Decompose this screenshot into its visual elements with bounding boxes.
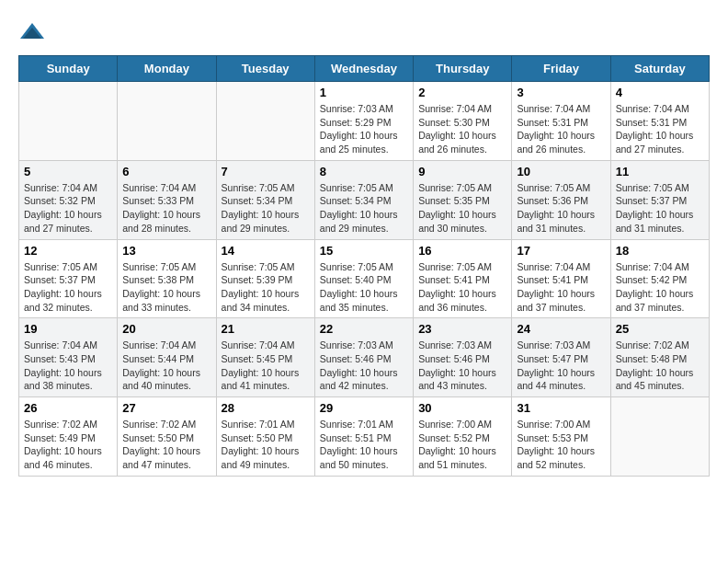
day-number: 11 bbox=[616, 165, 704, 178]
day-number: 16 bbox=[418, 244, 506, 258]
calendar-cell: 31Sunrise: 7:00 AM Sunset: 5:53 PM Dayli… bbox=[512, 397, 610, 477]
day-number: 5 bbox=[24, 165, 112, 178]
day-number: 7 bbox=[222, 165, 310, 178]
calendar-cell bbox=[19, 82, 118, 161]
day-info: Sunrise: 7:04 AM Sunset: 5:31 PM Dayligh… bbox=[517, 102, 605, 156]
day-number: 2 bbox=[418, 86, 506, 99]
calendar-cell: 5Sunrise: 7:04 AM Sunset: 5:32 PM Daylig… bbox=[19, 160, 118, 239]
day-number: 19 bbox=[24, 322, 112, 336]
calendar-cell: 9Sunrise: 7:05 AM Sunset: 5:35 PM Daylig… bbox=[414, 160, 512, 239]
day-header-thursday: Thursday bbox=[414, 56, 512, 82]
calendar-cell: 22Sunrise: 7:03 AM Sunset: 5:46 PM Dayli… bbox=[314, 318, 413, 397]
day-info: Sunrise: 7:04 AM Sunset: 5:41 PM Dayligh… bbox=[517, 260, 605, 315]
day-number: 22 bbox=[320, 322, 408, 336]
day-info: Sunrise: 7:03 AM Sunset: 5:29 PM Dayligh… bbox=[320, 102, 408, 156]
day-info: Sunrise: 7:04 AM Sunset: 5:45 PM Dayligh… bbox=[222, 339, 310, 393]
calendar-cell: 18Sunrise: 7:04 AM Sunset: 5:42 PM Dayli… bbox=[610, 239, 709, 318]
calendar-cell: 4Sunrise: 7:04 AM Sunset: 5:31 PM Daylig… bbox=[610, 82, 709, 161]
day-number: 28 bbox=[222, 401, 310, 415]
day-info: Sunrise: 7:03 AM Sunset: 5:46 PM Dayligh… bbox=[320, 339, 408, 393]
calendar-cell: 13Sunrise: 7:05 AM Sunset: 5:38 PM Dayli… bbox=[118, 239, 216, 318]
day-info: Sunrise: 7:02 AM Sunset: 5:49 PM Dayligh… bbox=[24, 418, 112, 472]
day-header-monday: Monday bbox=[118, 56, 216, 82]
day-number: 17 bbox=[517, 244, 605, 258]
calendar-cell: 17Sunrise: 7:04 AM Sunset: 5:41 PM Dayli… bbox=[512, 239, 610, 318]
calendar-cell: 6Sunrise: 7:04 AM Sunset: 5:33 PM Daylig… bbox=[118, 160, 216, 239]
day-number: 4 bbox=[616, 86, 704, 99]
day-info: Sunrise: 7:00 AM Sunset: 5:52 PM Dayligh… bbox=[418, 418, 506, 472]
calendar-cell: 8Sunrise: 7:05 AM Sunset: 5:34 PM Daylig… bbox=[314, 160, 413, 239]
calendar-week-5: 26Sunrise: 7:02 AM Sunset: 5:49 PM Dayli… bbox=[19, 397, 710, 477]
day-header-friday: Friday bbox=[512, 56, 610, 82]
day-header-sunday: Sunday bbox=[19, 56, 118, 82]
day-number: 20 bbox=[122, 322, 210, 336]
calendar-week-3: 12Sunrise: 7:05 AM Sunset: 5:37 PM Dayli… bbox=[19, 239, 710, 318]
day-number: 1 bbox=[320, 86, 408, 99]
day-number: 14 bbox=[222, 244, 310, 258]
day-number: 18 bbox=[616, 244, 704, 258]
calendar-cell: 24Sunrise: 7:03 AM Sunset: 5:47 PM Dayli… bbox=[512, 318, 610, 397]
day-info: Sunrise: 7:05 AM Sunset: 5:41 PM Dayligh… bbox=[418, 260, 506, 315]
day-number: 27 bbox=[122, 401, 210, 415]
page-header bbox=[18, 18, 710, 46]
day-info: Sunrise: 7:05 AM Sunset: 5:37 PM Dayligh… bbox=[24, 260, 112, 315]
day-number: 29 bbox=[320, 401, 408, 415]
day-info: Sunrise: 7:04 AM Sunset: 5:43 PM Dayligh… bbox=[24, 339, 112, 393]
day-info: Sunrise: 7:04 AM Sunset: 5:30 PM Dayligh… bbox=[418, 102, 506, 156]
calendar-cell: 27Sunrise: 7:02 AM Sunset: 5:50 PM Dayli… bbox=[118, 397, 216, 477]
day-info: Sunrise: 7:02 AM Sunset: 5:50 PM Dayligh… bbox=[122, 418, 210, 472]
day-number: 26 bbox=[24, 401, 112, 415]
day-number: 15 bbox=[320, 244, 408, 258]
calendar-cell: 28Sunrise: 7:01 AM Sunset: 5:50 PM Dayli… bbox=[216, 397, 314, 477]
logo-icon bbox=[18, 18, 46, 46]
day-header-saturday: Saturday bbox=[610, 56, 709, 82]
day-number: 30 bbox=[418, 401, 506, 415]
calendar-cell bbox=[216, 82, 314, 161]
day-info: Sunrise: 7:04 AM Sunset: 5:44 PM Dayligh… bbox=[122, 339, 210, 393]
calendar-cell: 15Sunrise: 7:05 AM Sunset: 5:40 PM Dayli… bbox=[314, 239, 413, 318]
day-info: Sunrise: 7:05 AM Sunset: 5:37 PM Dayligh… bbox=[616, 181, 704, 236]
calendar-cell bbox=[118, 82, 216, 161]
day-info: Sunrise: 7:05 AM Sunset: 5:40 PM Dayligh… bbox=[320, 260, 408, 315]
day-info: Sunrise: 7:05 AM Sunset: 5:38 PM Dayligh… bbox=[122, 260, 210, 315]
calendar-cell: 10Sunrise: 7:05 AM Sunset: 5:36 PM Dayli… bbox=[512, 160, 610, 239]
day-info: Sunrise: 7:05 AM Sunset: 5:39 PM Dayligh… bbox=[222, 260, 310, 315]
day-info: Sunrise: 7:05 AM Sunset: 5:34 PM Dayligh… bbox=[222, 181, 310, 236]
calendar-cell: 21Sunrise: 7:04 AM Sunset: 5:45 PM Dayli… bbox=[216, 318, 314, 397]
calendar-cell: 16Sunrise: 7:05 AM Sunset: 5:41 PM Dayli… bbox=[414, 239, 512, 318]
day-info: Sunrise: 7:03 AM Sunset: 5:46 PM Dayligh… bbox=[418, 339, 506, 393]
day-header-wednesday: Wednesday bbox=[314, 56, 413, 82]
calendar-cell: 2Sunrise: 7:04 AM Sunset: 5:30 PM Daylig… bbox=[414, 82, 512, 161]
day-info: Sunrise: 7:00 AM Sunset: 5:53 PM Dayligh… bbox=[517, 418, 605, 472]
day-info: Sunrise: 7:03 AM Sunset: 5:47 PM Dayligh… bbox=[517, 339, 605, 393]
logo bbox=[18, 18, 48, 46]
calendar-cell: 23Sunrise: 7:03 AM Sunset: 5:46 PM Dayli… bbox=[414, 318, 512, 397]
day-info: Sunrise: 7:05 AM Sunset: 5:36 PM Dayligh… bbox=[517, 181, 605, 236]
calendar-cell: 14Sunrise: 7:05 AM Sunset: 5:39 PM Dayli… bbox=[216, 239, 314, 318]
calendar-cell: 20Sunrise: 7:04 AM Sunset: 5:44 PM Dayli… bbox=[118, 318, 216, 397]
day-info: Sunrise: 7:04 AM Sunset: 5:32 PM Dayligh… bbox=[24, 181, 112, 236]
day-info: Sunrise: 7:05 AM Sunset: 5:35 PM Dayligh… bbox=[418, 181, 506, 236]
day-info: Sunrise: 7:05 AM Sunset: 5:34 PM Dayligh… bbox=[320, 181, 408, 236]
calendar-cell bbox=[610, 397, 709, 477]
calendar-cell: 19Sunrise: 7:04 AM Sunset: 5:43 PM Dayli… bbox=[19, 318, 118, 397]
calendar-cell: 1Sunrise: 7:03 AM Sunset: 5:29 PM Daylig… bbox=[314, 82, 413, 161]
calendar-header-row: SundayMondayTuesdayWednesdayThursdayFrid… bbox=[19, 56, 710, 82]
day-number: 6 bbox=[122, 165, 210, 178]
svg-rect-2 bbox=[28, 35, 37, 39]
day-number: 31 bbox=[517, 401, 605, 415]
day-number: 25 bbox=[616, 322, 704, 336]
day-info: Sunrise: 7:04 AM Sunset: 5:31 PM Dayligh… bbox=[616, 102, 704, 156]
calendar-week-4: 19Sunrise: 7:04 AM Sunset: 5:43 PM Dayli… bbox=[19, 318, 710, 397]
day-number: 3 bbox=[517, 86, 605, 99]
calendar-cell: 12Sunrise: 7:05 AM Sunset: 5:37 PM Dayli… bbox=[19, 239, 118, 318]
day-header-tuesday: Tuesday bbox=[216, 56, 314, 82]
calendar-cell: 30Sunrise: 7:00 AM Sunset: 5:52 PM Dayli… bbox=[414, 397, 512, 477]
calendar-week-1: 1Sunrise: 7:03 AM Sunset: 5:29 PM Daylig… bbox=[19, 82, 710, 161]
day-info: Sunrise: 7:04 AM Sunset: 5:33 PM Dayligh… bbox=[122, 181, 210, 236]
calendar-cell: 25Sunrise: 7:02 AM Sunset: 5:48 PM Dayli… bbox=[610, 318, 709, 397]
day-info: Sunrise: 7:01 AM Sunset: 5:50 PM Dayligh… bbox=[222, 418, 310, 472]
day-info: Sunrise: 7:01 AM Sunset: 5:51 PM Dayligh… bbox=[320, 418, 408, 472]
day-info: Sunrise: 7:02 AM Sunset: 5:48 PM Dayligh… bbox=[616, 339, 704, 393]
day-number: 13 bbox=[122, 244, 210, 258]
